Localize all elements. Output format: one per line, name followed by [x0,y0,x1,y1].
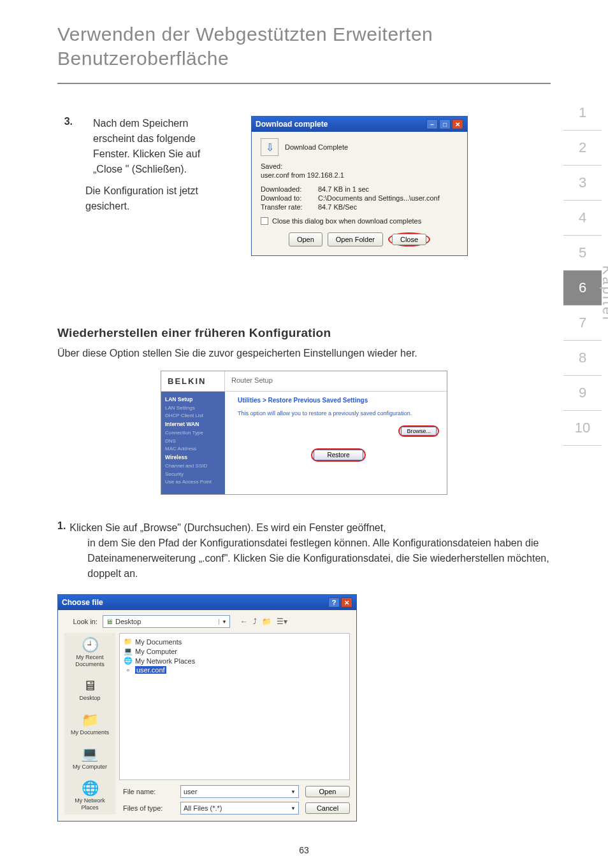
help-icon[interactable]: ? [328,597,340,608]
sidebar-security[interactable]: Security [165,471,221,479]
close-when-done-checkbox[interactable] [261,217,268,225]
step3-text-2: Die Konfiguration ist jetzt gesichert. [85,183,232,214]
restore-section-desc: Über diese Option stellen Sie die zuvor … [57,348,551,359]
view-menu-icon[interactable]: ☰▾ [277,617,287,626]
saved-value: user.conf from 192.168.2.1 [261,171,458,179]
chapter-link-7[interactable]: 7 [563,306,602,341]
cancel-file-button[interactable]: Cancel [305,802,350,814]
step3-block: 3. Nach dem Speichern erscheint das folg… [57,116,551,256]
transfer-rate-label: Transfer rate: [261,203,318,211]
close-when-done-label: Close this dialog box when download comp… [272,217,421,225]
look-in-select[interactable]: 🖥 Desktop ▼ [103,615,230,628]
transfer-rate-value: 84.7 KB/Sec [318,203,458,211]
step1-number: 1. [57,520,66,581]
place-documents[interactable]: 📁My Documents [71,712,109,736]
open-folder-button[interactable]: Open Folder [328,232,383,246]
choose-title: Choose file [62,598,103,607]
sidebar-mac[interactable]: MAC Address [165,445,221,453]
chapter-link-10[interactable]: 10 [563,411,602,446]
browse-button[interactable]: Browse... [401,427,437,436]
download-to-value: C:\Documents and Settings...\user.conf [318,194,458,202]
chapter-link-8[interactable]: 8 [563,341,602,376]
place-network[interactable]: 🌐My Network Places [66,780,114,811]
open-button[interactable]: Open [289,232,322,246]
folder-icon: 📁 [124,637,133,646]
sidebar-connection-type[interactable]: Connection Type [165,429,221,438]
router-breadcrumb: Router Setup [225,371,279,391]
place-computer-label: My Computer [73,764,107,770]
sidebar-dns[interactable]: DNS [165,438,221,446]
file-item-user-conf[interactable]: ▫user.conf [124,666,345,674]
filetype-select[interactable]: All Files (*.*) ▼ [180,802,299,815]
places-bar: 🕘My Recent Documents 🖥Desktop 📁My Docume… [64,633,115,815]
filename-value: user [184,788,197,795]
close-button[interactable]: Close [392,234,426,245]
file-item-my-documents[interactable]: 📁My Documents [124,637,345,646]
maximize-icon[interactable]: □ [439,119,451,129]
content-area: 3. Nach dem Speichern erscheint das folg… [0,84,608,822]
download-to-label: Download to: [261,194,318,202]
sidebar-channel-ssid[interactable]: Channel and SSID [165,462,221,471]
recent-icon: 🕘 [66,637,114,653]
chapter-link-1[interactable]: 1 [563,96,602,131]
close-icon[interactable]: ✕ [452,119,463,129]
sidebar-internet-wan[interactable]: Internet WAN [165,420,221,429]
file-label: My Computer [135,648,177,655]
chapter-link-2[interactable]: 2 [563,131,602,166]
filetype-value: All Files (*.*) [184,804,222,812]
chapter-link-9[interactable]: 9 [563,376,602,411]
dialog-titlebar: Download complete – □ ✕ [252,117,467,132]
sidebar-wireless[interactable]: Wireless [165,453,221,462]
sidebar-dhcp[interactable]: DHCP Client List [165,412,221,420]
sidebar-lan-settings[interactable]: LAN Settings [165,404,221,413]
open-file-button[interactable]: Open [305,786,350,797]
restore-button[interactable]: Restore [314,450,363,460]
downloaded-value: 84.7 KB in 1 sec [318,185,458,193]
file-label-selected: user.conf [135,666,166,674]
minimize-icon[interactable]: – [426,119,438,129]
chapter-link-6[interactable]: 6 [563,271,602,306]
new-folder-icon[interactable]: 📁 [262,617,271,626]
place-desktop-label: Desktop [79,695,100,701]
place-recent[interactable]: 🕘My Recent Documents [66,637,114,667]
file-icon: ▫ [124,666,133,674]
download-heading: Download Complete [285,143,348,151]
place-computer[interactable]: 💻My Computer [73,746,107,770]
sidebar-lan-setup[interactable]: LAN Setup [165,395,221,404]
download-complete-dialog: Download complete – □ ✕ ⇩ Download Compl… [251,116,468,256]
chapter-link-4[interactable]: 4 [563,201,602,236]
router-main-title: Utilities > Restore Previous Saved Setti… [238,397,439,404]
filetype-chevron-icon: ▼ [291,806,296,811]
step1-block: 1. Klicken Sie auf „Browse" (Durchsuchen… [57,520,551,581]
network-icon: 🌐 [66,780,114,796]
file-item-network-places[interactable]: 🌐My Network Places [124,657,345,665]
filename-input[interactable]: user ▼ [180,785,299,798]
up-icon[interactable]: ⤴ [253,617,257,626]
page-title: Verwenden der Webgestützten Erweiterten … [57,22,551,70]
router-sidebar: LAN Setup LAN Settings DHCP Client List … [161,392,225,494]
chevron-down-icon: ▼ [219,619,227,625]
file-label: My Network Places [135,657,195,665]
saved-label: Saved: [261,162,458,170]
router-brand: BELKIN [161,371,225,391]
filename-label: File name: [119,788,174,795]
router-main-desc: This option will allow you to restore a … [238,410,439,416]
choose-file-dialog: Choose file ? ✕ Look in: 🖥 Desktop ▼ ← [57,594,357,822]
sidebar-access-point[interactable]: Use as Access Point [165,478,221,487]
browse-highlight: Browse... [398,425,439,437]
back-icon[interactable]: ← [240,617,248,626]
chapter-link-3[interactable]: 3 [563,166,602,201]
choose-close-icon[interactable]: ✕ [341,597,352,608]
step3-number: 3. [57,116,73,214]
place-desktop[interactable]: 🖥Desktop [79,678,100,702]
step1-line2: in dem Sie den Pfad der Konfigurationsda… [69,536,551,581]
file-item-my-computer[interactable]: 💻My Computer [124,647,345,655]
chapter-link-5[interactable]: 5 [563,236,602,271]
place-network-label: My Network Places [75,797,105,810]
look-in-label: Look in: [64,618,98,625]
file-list[interactable]: 📁My Documents 💻My Computer 🌐My Network P… [119,633,350,780]
place-documents-label: My Documents [71,729,109,736]
step3-text-1: Nach dem Speichern erscheint das folgend… [85,116,232,177]
filetype-label: Files of type: [119,804,174,812]
restore-section: Wiederherstellen einer früheren Konfigur… [57,326,551,822]
